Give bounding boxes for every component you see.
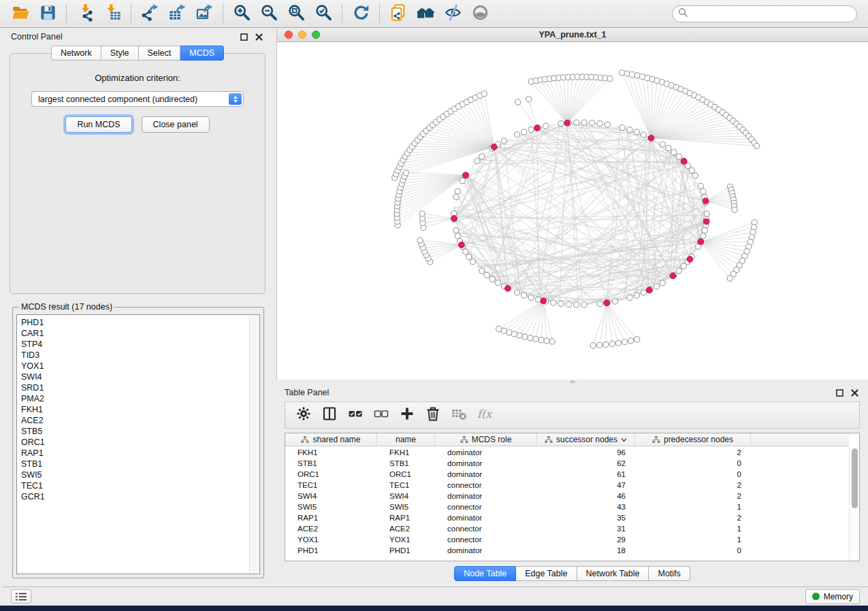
table-row[interactable]: STB1STB1dominator620 bbox=[285, 458, 849, 469]
tab-style[interactable]: Style bbox=[101, 46, 139, 61]
column-header-name[interactable]: name bbox=[377, 433, 435, 446]
refresh-button[interactable] bbox=[347, 2, 374, 25]
list-item[interactable]: PMA2 bbox=[21, 393, 249, 404]
network-canvas[interactable] bbox=[277, 42, 868, 380]
delete-table-button bbox=[446, 404, 472, 426]
save-session-button[interactable] bbox=[34, 2, 61, 25]
list-item[interactable]: FKH1 bbox=[21, 404, 249, 415]
open-file-button[interactable] bbox=[7, 2, 34, 25]
list-item[interactable]: TID3 bbox=[21, 350, 249, 361]
export-image-button[interactable] bbox=[191, 2, 218, 25]
table-row[interactable]: TEC1TEC1connector472 bbox=[285, 480, 849, 491]
network-window-title: YPA_prune.txt_1 bbox=[277, 30, 868, 39]
close-panel-icon[interactable] bbox=[253, 31, 264, 42]
search-box[interactable] bbox=[672, 5, 857, 22]
list-item[interactable]: SRD1 bbox=[21, 382, 249, 393]
export-table-button[interactable] bbox=[163, 2, 191, 25]
optimization-criterion-select[interactable]: largest connected component (undirected) bbox=[31, 91, 244, 107]
zoom-in-button[interactable] bbox=[228, 2, 255, 25]
float-window-icon[interactable] bbox=[238, 31, 249, 42]
toolbar-separator bbox=[379, 4, 380, 23]
zoom-selected-button[interactable] bbox=[310, 2, 337, 25]
list-item[interactable]: ORC1 bbox=[21, 437, 249, 448]
hide-graphics-details-button[interactable] bbox=[439, 2, 466, 25]
column-header-successor-nodes[interactable]: successor nodes bbox=[537, 433, 635, 446]
zoom-out-icon bbox=[260, 3, 278, 24]
tab-network[interactable]: Network bbox=[51, 46, 101, 61]
table-row[interactable]: SWI4SWI4dominator462 bbox=[285, 491, 849, 501]
list-item[interactable]: RAP1 bbox=[21, 448, 249, 459]
cell-MCDS-role: connector bbox=[435, 534, 537, 545]
table-row[interactable]: ORC1ORC1dominator610 bbox=[285, 469, 849, 480]
import-table-button[interactable] bbox=[99, 2, 126, 25]
horizontal-splitter[interactable] bbox=[276, 380, 868, 384]
new-network-from-selection-button[interactable] bbox=[385, 2, 412, 25]
columns-icon bbox=[321, 406, 338, 425]
svg-text:f(x): f(x) bbox=[477, 408, 493, 420]
column-header-predecessor-nodes[interactable]: predecessor nodes bbox=[635, 433, 751, 446]
cell-predecessor-nodes: 1 bbox=[635, 534, 751, 545]
tab-motifs[interactable]: Motifs bbox=[649, 566, 690, 581]
create-column-button[interactable] bbox=[394, 404, 420, 426]
scrollbar-thumb[interactable] bbox=[852, 448, 858, 508]
list-item[interactable]: YOX1 bbox=[21, 361, 249, 371]
run-mcds-button[interactable]: Run MCDS bbox=[65, 116, 131, 133]
tab-network-table[interactable]: Network Table bbox=[577, 566, 649, 581]
list-item[interactable]: TEC1 bbox=[21, 480, 249, 491]
first-neighbors-button[interactable] bbox=[412, 2, 439, 25]
memory-button[interactable]: Memory bbox=[805, 589, 860, 604]
check-all-icon bbox=[347, 406, 364, 425]
table-row[interactable]: PHD1PHD1dominator180 bbox=[285, 545, 849, 556]
table-row[interactable]: YOX1YOX1connector291 bbox=[285, 534, 849, 545]
close-table-panel-icon[interactable] bbox=[849, 387, 860, 398]
cell-name: YOX1 bbox=[377, 534, 435, 545]
column-label: name bbox=[396, 435, 416, 444]
float-table-panel-icon[interactable] bbox=[834, 387, 845, 398]
zoom-fit-button[interactable] bbox=[283, 2, 310, 25]
list-item[interactable]: CAR1 bbox=[21, 328, 249, 339]
tab-node-table[interactable]: Node Table bbox=[454, 566, 516, 581]
select-all-rows-button[interactable] bbox=[342, 404, 368, 426]
list-item[interactable]: GCR1 bbox=[21, 491, 249, 502]
table-settings-button[interactable] bbox=[291, 404, 317, 426]
column-header-shared-name[interactable]: shared name bbox=[285, 433, 377, 446]
table-row[interactable]: RAP1RAP1dominator352 bbox=[285, 512, 849, 523]
search-icon bbox=[678, 7, 688, 20]
column-label: successor nodes bbox=[556, 435, 617, 444]
zoom-out-button[interactable] bbox=[255, 2, 283, 25]
import-network-button[interactable] bbox=[71, 2, 99, 25]
show-column-panel-button[interactable] bbox=[317, 404, 342, 426]
list-item[interactable]: PHD1 bbox=[21, 317, 249, 328]
list-item[interactable]: SWI5 bbox=[21, 469, 249, 480]
fx-icon: f(x) bbox=[477, 406, 493, 425]
export-network-button[interactable] bbox=[136, 2, 163, 25]
close-panel-button[interactable]: Close panel bbox=[142, 116, 210, 133]
list-item[interactable]: STB1 bbox=[21, 459, 249, 469]
vertical-splitter[interactable] bbox=[272, 28, 276, 587]
search-input[interactable] bbox=[691, 9, 851, 18]
tab-mcds[interactable]: MCDS bbox=[180, 46, 224, 61]
delete-column-button[interactable] bbox=[420, 404, 446, 426]
cell-name: SWI4 bbox=[377, 491, 435, 501]
list-item[interactable]: ACE2 bbox=[21, 415, 249, 426]
list-item[interactable]: STB5 bbox=[21, 426, 249, 437]
list-item[interactable]: SWI4 bbox=[21, 371, 249, 382]
result-list-scrollbar[interactable] bbox=[249, 316, 259, 573]
shared-column-icon bbox=[652, 435, 660, 444]
tab-edge-table[interactable]: Edge Table bbox=[516, 566, 577, 581]
table-scrollbar[interactable] bbox=[849, 447, 859, 561]
cell-MCDS-role: dominator bbox=[435, 458, 537, 469]
table-row[interactable]: SWI5SWI5connector431 bbox=[285, 501, 849, 512]
tab-select[interactable]: Select bbox=[139, 46, 181, 61]
column-header-MCDS-role[interactable]: MCDS role bbox=[435, 433, 537, 446]
refresh-icon bbox=[352, 3, 370, 24]
list-item[interactable]: STP4 bbox=[21, 339, 249, 350]
table-row[interactable]: ACE2ACE2connector311 bbox=[285, 523, 849, 534]
task-history-button[interactable] bbox=[11, 589, 31, 604]
homes-icon bbox=[417, 3, 435, 24]
cell-shared-name: ORC1 bbox=[285, 469, 377, 480]
deselect-all-rows-button[interactable] bbox=[368, 404, 394, 426]
show-graphics-details-button[interactable] bbox=[466, 2, 494, 25]
table-row[interactable]: FKH1FKH1dominator962 bbox=[285, 447, 849, 458]
plus-icon bbox=[399, 406, 415, 425]
